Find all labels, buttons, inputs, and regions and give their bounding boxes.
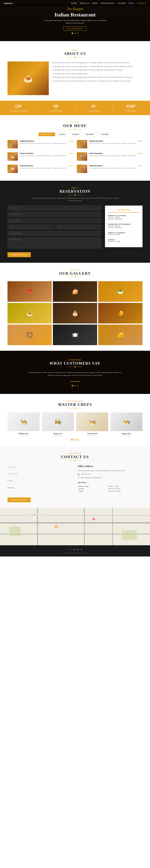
gallery-emoji-6: 🍤 bbox=[117, 310, 124, 316]
filter-dinner[interactable]: Dinner bbox=[69, 132, 82, 136]
menu-grid: 🍳 English Breakfast $13.45 Lorem ipsum d… bbox=[7, 140, 143, 175]
menu-item-2: 🥘 English Breakfast $13.45 Lorem ipsum d… bbox=[77, 140, 143, 150]
gallery-emoji-2: 🍰 bbox=[72, 288, 78, 294]
menu-item-3-image: 🍜 bbox=[7, 152, 18, 161]
form-row-persons bbox=[7, 231, 101, 236]
gallery-item-3[interactable]: 🥗 bbox=[98, 281, 143, 302]
oh-wednesday-thursday: WEDNESDAY TO THURSDAY 9:00 AM - 9:00 PM … bbox=[108, 223, 140, 228]
reservation-divider bbox=[7, 194, 143, 195]
chef-2-name: Rachel Cruz bbox=[42, 433, 74, 434]
reservation-submit-button[interactable]: BOOK A TABLE bbox=[7, 252, 31, 257]
hero-dot-3[interactable] bbox=[77, 32, 78, 34]
filter-lunch[interactable]: Lunch bbox=[56, 132, 68, 136]
nav-menu[interactable]: MENU bbox=[92, 2, 98, 4]
contact-email-input[interactable] bbox=[7, 472, 72, 476]
menu-item-6: 🫕 Indian Breakfast $13.45 Lorem ipsum do… bbox=[77, 165, 143, 175]
hours-row-2: Saturday 10:00 am to 5:00 pm bbox=[78, 488, 143, 490]
menu-item-4: 🍱 Chines Breakfast $13.45 Lorem ipsum do… bbox=[77, 152, 143, 163]
gallery-grid: 🦞 🍰 🥗 🍝 🎂 🍤 🥘 🍽️ 🧀 bbox=[7, 281, 143, 345]
contact-section: Get In Touch Contact Us Send Message Off… bbox=[0, 446, 150, 508]
contact-subject-input[interactable] bbox=[7, 478, 72, 483]
nav-reservation[interactable]: RESERVATION bbox=[101, 2, 114, 4]
menu-item-3-desc: Lorem ipsum dolor sit amet, consectetur … bbox=[20, 155, 73, 157]
form-row-datetime bbox=[7, 225, 101, 229]
reservation-message-input[interactable] bbox=[7, 237, 101, 249]
testimonials-section: Testimonials What Customers Say Lorem ip… bbox=[0, 351, 150, 394]
opening-hours-title: Opening Hours bbox=[108, 209, 140, 213]
gallery-emoji-9: 🧀 bbox=[117, 332, 124, 338]
nav-gallery[interactable]: GALLERY bbox=[117, 2, 126, 4]
stat-customers: 6560+ Satisfied Customers bbox=[113, 101, 150, 115]
form-row-name bbox=[7, 206, 101, 210]
menu-item-6-desc: Lorem ipsum dolor sit amet, consectetur … bbox=[89, 167, 143, 169]
filter-breakfast[interactable]: Breakfast bbox=[39, 132, 55, 136]
form-row-phone bbox=[7, 218, 101, 223]
gallery-item-8[interactable]: 🍽️ bbox=[53, 324, 97, 345]
footer-copyright: © Copyright Osteria X. Powered by X bbox=[7, 552, 143, 554]
filter-dessert[interactable]: Dessert bbox=[83, 132, 97, 136]
menu-item-2-image: 🥘 bbox=[77, 140, 87, 148]
testimonial-text: Lorem ipsum dolor sit amet, consectetur … bbox=[28, 371, 122, 377]
pinterest-icon[interactable]: p bbox=[81, 548, 82, 551]
testimonial-dot-3[interactable] bbox=[77, 385, 78, 386]
about-para-1: Lorem ipsum dolor sit amet, consectetur … bbox=[52, 61, 133, 64]
menu-divider bbox=[7, 129, 143, 130]
gallery-item-7[interactable]: 🥘 bbox=[7, 324, 52, 345]
hero-explore-button[interactable]: Explore Menu bbox=[64, 27, 86, 31]
nav-blog[interactable]: BLOG bbox=[129, 2, 134, 4]
menu-item-4-desc: Lorem ipsum dolor sit amet, consectetur … bbox=[89, 155, 143, 157]
reservation-name-input[interactable] bbox=[7, 206, 101, 210]
hero-dot-2[interactable] bbox=[74, 32, 76, 34]
stat-breakfast: 150+ Fresh Breakfast Dishes bbox=[0, 101, 38, 115]
oh-friday-saturday: FRIDAY & SATURDAY 9:00 AM - 9:00 PM bbox=[108, 232, 140, 236]
footer: f t in g+ p © Copyright Osteria X. Power… bbox=[0, 545, 150, 557]
gallery-item-4[interactable]: 🍝 bbox=[7, 303, 52, 323]
svg-text:Main Street: Main Street bbox=[33, 514, 39, 516]
chef-dot-3[interactable] bbox=[77, 439, 79, 441]
contact-divider bbox=[7, 460, 143, 461]
menu-item-3: 🍜 Chines Breakfast $13.45 Lorem ipsum do… bbox=[7, 152, 73, 163]
oh-monday-tuesday: MONDAY TO TUESDAY 9:00 AM - 9:00 PM 9:00… bbox=[108, 215, 140, 220]
menu-item-5-info: Indian Breakfast $13.45 Lorem ipsum dolo… bbox=[20, 165, 73, 169]
filter-coffee[interactable]: Coffee bbox=[98, 132, 111, 136]
reservation-time-input[interactable] bbox=[55, 225, 101, 229]
gallery-item-6[interactable]: 🍤 bbox=[98, 303, 143, 323]
facebook-icon[interactable]: f bbox=[68, 548, 69, 551]
gallery-item-2[interactable]: 🍰 bbox=[53, 281, 97, 302]
menu-item-6-image: 🫕 bbox=[77, 165, 87, 173]
hero-dot-1[interactable] bbox=[72, 32, 73, 34]
chef-dot-2[interactable] bbox=[74, 439, 76, 441]
gallery-item-5[interactable]: 🎂 bbox=[53, 303, 97, 323]
about-title: About ABOUT US bbox=[7, 49, 143, 58]
menu-item-3-info: Chines Breakfast $13.45 Lorem ipsum dolo… bbox=[20, 152, 73, 157]
contact-name-input[interactable] bbox=[7, 465, 72, 469]
footer-social-icons: f t in g+ p bbox=[7, 548, 143, 551]
nav-contact[interactable]: CONTACT bbox=[137, 2, 146, 4]
stat-num-3: 45+ bbox=[77, 104, 110, 108]
testimonial-dot-2[interactable] bbox=[74, 385, 76, 386]
menu-item-1-name: English Breakfast bbox=[20, 140, 34, 142]
about-text: Lorem ipsum dolor sit amet, consectetur … bbox=[52, 61, 133, 84]
reservation-email-input[interactable] bbox=[7, 212, 101, 217]
reservation-persons-input[interactable] bbox=[7, 231, 101, 236]
linkedin-icon[interactable]: in bbox=[73, 548, 75, 551]
chef-2-role: Pastry Chef bbox=[42, 434, 74, 436]
googleplus-icon[interactable]: g+ bbox=[77, 548, 79, 551]
reservation-date-input[interactable] bbox=[7, 225, 54, 229]
contact-submit-button[interactable]: Send Message bbox=[7, 497, 31, 502]
opening-hours-box: Opening Hours MONDAY TO TUESDAY 9:00 AM … bbox=[105, 206, 143, 247]
contact-message-input[interactable] bbox=[7, 486, 72, 495]
twitter-icon[interactable]: t bbox=[71, 548, 71, 551]
menu-item-2-name: English Breakfast bbox=[89, 140, 103, 142]
contact-office-desc: Lorem ipsum dolor sit amet, consectetur … bbox=[78, 470, 143, 472]
nav-home[interactable]: HOME bbox=[71, 2, 77, 4]
gallery-item-1[interactable]: 🦞 bbox=[7, 281, 52, 302]
testimonial-dots bbox=[7, 385, 143, 386]
menu-item-4-name: Chines Breakfast bbox=[89, 152, 103, 154]
nav-about[interactable]: ABOUT US bbox=[79, 2, 90, 4]
menu-item-2-info: English Breakfast $13.45 Lorem ipsum dol… bbox=[89, 140, 143, 145]
chef-dot-1[interactable] bbox=[71, 439, 73, 441]
testimonial-dot-1[interactable] bbox=[72, 385, 73, 386]
reservation-phone-input[interactable] bbox=[7, 218, 101, 223]
gallery-item-9[interactable]: 🧀 bbox=[98, 324, 143, 345]
